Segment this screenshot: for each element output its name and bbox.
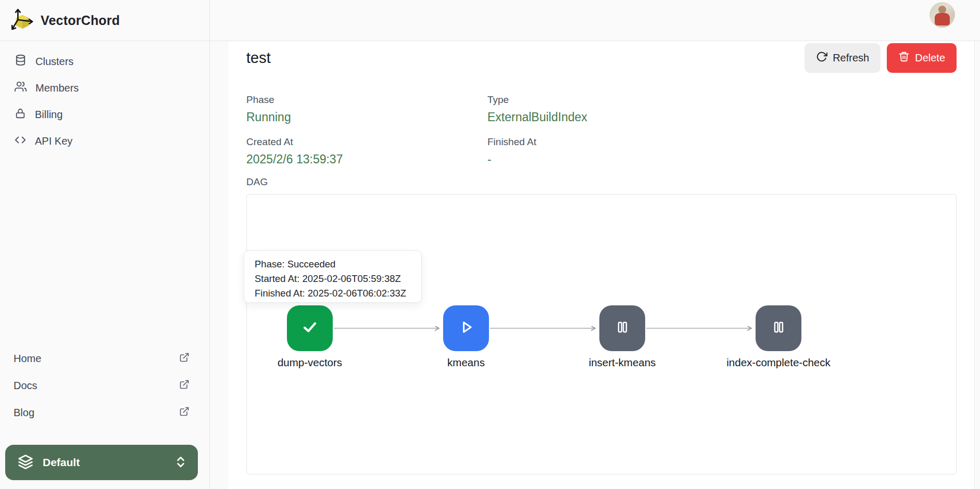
field-label: Type [487,94,957,106]
field-label: Finished At [487,136,957,148]
field-phase: Phase Running [246,94,487,124]
user-avatar[interactable] [929,2,955,28]
app-window: VectorChord Clusters [0,0,980,489]
sidebar-item-clusters[interactable]: Clusters [6,50,203,72]
field-created-at: Created At 2025/2/6 13:59:37 [246,136,487,166]
sidebar: VectorChord Clusters [0,0,210,489]
delete-button-label: Delete [915,52,945,64]
dag-node-dump-vectors[interactable] [287,305,333,351]
pause-icon [612,317,633,340]
lock-icon [15,108,26,122]
sidebar-item-label: Clusters [35,56,73,68]
sidebar-link-home[interactable]: Home [14,348,190,369]
sidebar-link-label: Home [14,353,41,365]
page-title: test [246,49,271,67]
dag-section-label: DAG [246,176,957,188]
dag-node-index-complete-check[interactable] [756,305,801,351]
phase-value: Running [246,110,487,124]
external-link-icon [179,379,190,392]
node-status-tooltip: Phase: Succeeded Started At: 2025-02-06T… [244,250,422,303]
sidebar-item-billing[interactable]: Billing [6,104,203,125]
refresh-button[interactable]: Refresh [805,43,881,73]
code-icon [15,134,26,148]
sidebar-item-label: Billing [35,109,62,121]
database-icon [15,54,27,69]
dag-node-label: dump-vectors [258,355,362,370]
dag-node-label: index-complete-check [726,355,831,370]
tooltip-finished-line: Finished At: 2025-02-06T06:02:33Z [255,286,421,301]
created-at-value: 2025/2/6 13:59:37 [246,152,487,166]
header-actions: Refresh Delete [805,43,957,73]
scrollbar-track[interactable] [974,41,980,489]
sidebar-link-docs[interactable]: Docs [14,375,190,396]
brand-name: VectorChord [41,13,120,28]
dag-node-label: insert-kmeans [570,355,674,370]
workspace-switcher[interactable]: Default [5,445,198,480]
refresh-button-label: Refresh [833,52,869,64]
external-link-icon [179,406,190,419]
sidebar-link-label: Blog [14,407,34,419]
dag-node-label: kmeans [414,355,518,370]
play-icon [455,316,477,340]
workspace-name: Default [43,456,165,469]
delete-button[interactable]: Delete [887,43,957,73]
topbar [210,0,980,41]
sidebar-item-label: API Key [35,135,72,147]
brand-logo[interactable]: VectorChord [0,0,209,41]
vectorchord-logo-icon [10,7,34,33]
cluster-detail-panel: test Refresh [229,41,974,489]
sidebar-link-blog[interactable]: Blog [14,402,190,423]
dag-node-insert-kmeans[interactable] [599,305,645,351]
field-label: Created At [246,136,487,148]
check-icon [298,316,321,341]
panel-header: test Refresh [246,43,957,73]
tooltip-phase-line: Phase: Succeeded [255,257,421,272]
sidebar-item-members[interactable]: Members [6,77,203,99]
sidebar-link-label: Docs [14,380,37,392]
dag-node-kmeans[interactable] [443,305,489,351]
refresh-icon [816,51,827,65]
external-link-icon [179,352,190,365]
sidebar-external-links: Home Docs Blog [0,348,209,423]
sidebar-item-api-key[interactable]: API Key [6,130,203,152]
dag-canvas: dump-vectors kmeans insert-kmeans [246,194,957,474]
field-finished-at: Finished At - [487,136,957,166]
field-label: Phase [246,94,487,106]
field-type: Type ExternalBuildIndex [487,94,957,124]
pause-icon [768,317,789,340]
users-icon [15,81,27,95]
finished-at-value: - [487,152,957,166]
tooltip-started-line: Started At: 2025-02-06T05:59:38Z [255,272,421,286]
sidebar-nav: Clusters Members [0,41,209,152]
type-value: ExternalBuildIndex [487,110,957,124]
details-grid: Phase Running Type ExternalBuildIndex Cr… [246,94,957,166]
avatar-photo [938,6,946,14]
layers-icon [18,454,33,471]
chevrons-up-down-icon [174,455,187,470]
trash-icon [898,51,910,65]
sidebar-item-label: Members [35,82,79,94]
